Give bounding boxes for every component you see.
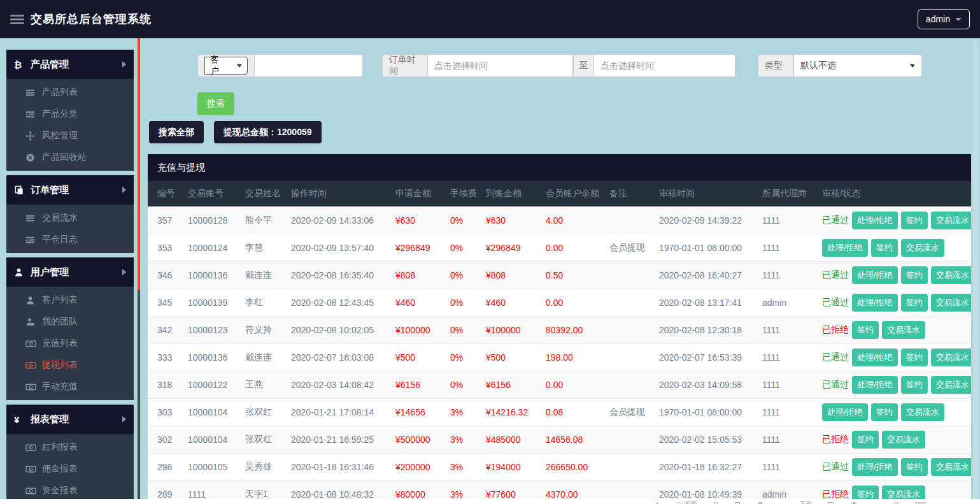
cell-received: ¥100000: [476, 316, 536, 343]
user-icon: [25, 295, 38, 305]
cell-op-time: 2020-02-03 14:08:42: [281, 371, 386, 398]
action-button[interactable]: 处理/拒绝: [852, 376, 898, 394]
sidebar-section-header[interactable]: ¥ 报表管理: [6, 405, 134, 434]
cell-remark: [600, 261, 650, 289]
action-button[interactable]: 处理/拒绝: [852, 349, 898, 366]
type-label: 类型: [758, 54, 793, 77]
admin-user-dropdown[interactable]: admin: [918, 9, 970, 29]
sidebar-item[interactable]: 红利报表: [6, 436, 134, 458]
action-button[interactable]: 交易流水: [901, 239, 944, 257]
action-button[interactable]: 处理/拒绝: [822, 403, 868, 421]
sidebar-item[interactable]: 产品回收站: [6, 147, 134, 168]
table-row: 34510000139李红2020-02-08 12:43:45¥4600%¥4…: [148, 289, 971, 316]
time-from-input[interactable]: [428, 54, 573, 77]
type-select[interactable]: 默认不选: [793, 54, 922, 77]
action-button[interactable]: 交易流水: [931, 294, 971, 312]
action-button[interactable]: 处理/拒绝: [852, 458, 898, 476]
cell-agent: 1111: [753, 343, 813, 371]
action-button[interactable]: 签约: [901, 266, 928, 284]
action-button[interactable]: 签约: [901, 294, 928, 312]
sidebar-item[interactable]: 佣金报表: [6, 458, 134, 480]
action-button[interactable]: 处理/拒绝: [852, 266, 898, 284]
status-text: 已拒绝: [822, 489, 849, 499]
sidebar-item[interactable]: 充值列表: [6, 333, 134, 354]
customer-select[interactable]: 客户: [204, 57, 248, 75]
page-scrollbar[interactable]: [973, 41, 978, 501]
sidebar-item[interactable]: 交易流水: [6, 207, 134, 229]
cell-actions: 处理/拒绝签约交易流水: [813, 398, 971, 426]
action-button[interactable]: 签约: [852, 321, 879, 339]
cell-actions: 已拒绝签约交易流水: [813, 426, 971, 453]
table-row: 31810000122王燕2020-02-03 14:08:42¥61560%¥…: [148, 371, 971, 398]
bottom-toolbar-strip: ▢ 图图 @ ↓ 下载 @ ↑ 100: [0, 499, 980, 504]
search-button[interactable]: 搜索: [197, 92, 234, 115]
column-header: 申请金额: [386, 181, 441, 206]
action-button[interactable]: 交易流水: [931, 212, 971, 229]
sidebar-item[interactable]: 产品列表: [6, 82, 134, 103]
action-button[interactable]: 签约: [852, 431, 879, 449]
action-button[interactable]: 签约: [901, 212, 928, 229]
action-button[interactable]: 交易流水: [931, 458, 971, 476]
search-all-button[interactable]: 搜索全部: [149, 121, 204, 143]
sidebar-section-header[interactable]: 订单管理: [6, 175, 134, 205]
cell-received: ¥500: [476, 343, 536, 371]
panel-title: 充值与提现: [148, 154, 971, 181]
summary-bar: 搜索全部 提现总金额：1200059: [149, 121, 980, 143]
move-icon: [25, 131, 38, 141]
admin-user-label: admin: [926, 14, 950, 24]
yen-icon: ¥: [14, 414, 27, 425]
column-header: 操作时间: [281, 181, 386, 206]
cell-name: 符义羚: [236, 316, 281, 343]
action-button[interactable]: 签约: [901, 349, 928, 366]
keyword-input[interactable]: [255, 54, 363, 77]
action-button[interactable]: 交易流水: [901, 403, 944, 421]
sidebar-item[interactable]: 平仓日志: [6, 229, 134, 250]
sidebar-item[interactable]: 资金报表: [6, 480, 134, 501]
action-button[interactable]: 签约: [871, 239, 898, 257]
sidebar-item-label: 风控管理: [42, 130, 78, 141]
cell-agent: admin: [753, 289, 813, 316]
action-button[interactable]: 交易流水: [931, 266, 971, 284]
action-button[interactable]: 交易流水: [931, 349, 971, 366]
time-to-input[interactable]: [594, 54, 735, 77]
sidebar-item[interactable]: 风控管理: [6, 125, 134, 147]
action-button[interactable]: 交易流水: [882, 321, 925, 339]
action-button[interactable]: 签约: [901, 458, 928, 476]
list-icon: [25, 87, 38, 97]
cell-account: 10000105: [178, 453, 236, 480]
main-content: 客户 订单时间 至 类型 默认不选 搜索 搜索全部 提现总金额：1200059 …: [148, 38, 980, 504]
order-time-label: 订单时间: [382, 54, 428, 77]
cell-received: ¥630: [476, 206, 536, 234]
sidebar-section-header[interactable]: 用户管理: [6, 257, 134, 287]
banknote-icon: [25, 360, 38, 370]
sidebar-item[interactable]: 手动充值: [6, 376, 134, 398]
sidebar-section-header[interactable]: ₿ 产品管理: [6, 50, 134, 79]
cell-op-time: 2020-02-07 16:03:08: [281, 343, 386, 371]
action-button[interactable]: 签约: [901, 376, 928, 394]
action-button[interactable]: 处理/拒绝: [822, 239, 868, 257]
sidebar: ₿ 产品管理 产品列表 产品分类 风控管理 产品回收站 订单管理 交易流水 平仓…: [6, 50, 134, 504]
cell-actions: 已通过处理/拒绝签约交易流水: [813, 453, 971, 480]
sidebar-item[interactable]: 产品分类: [6, 103, 134, 125]
action-button[interactable]: 交易流水: [882, 431, 925, 449]
cell-account: 10000139: [178, 289, 236, 316]
status-text: 已拒绝: [822, 324, 849, 335]
banknote-icon: [25, 382, 38, 392]
sidebar-item[interactable]: 客户列表: [6, 289, 134, 311]
sidebar-item-label: 产品分类: [42, 108, 78, 120]
action-button[interactable]: 处理/拒绝: [852, 212, 898, 229]
cell-remark: [600, 453, 650, 480]
sidebar-item[interactable]: 提现列表: [6, 354, 134, 376]
cell-account: 10000136: [178, 261, 236, 289]
hamburger-menu-icon[interactable]: [10, 13, 24, 26]
withdraw-total-button[interactable]: 提现总金额：1200059: [214, 121, 322, 143]
column-header: 所属代理商: [753, 181, 813, 206]
action-button[interactable]: 签约: [871, 403, 898, 421]
list-icon: [25, 213, 38, 223]
action-button[interactable]: 处理/拒绝: [852, 294, 898, 312]
action-button[interactable]: 交易流水: [931, 376, 971, 394]
sidebar-scrollbar-thumb[interactable]: [138, 38, 140, 290]
cell-received: ¥485000: [476, 426, 536, 453]
cell-amount: ¥460: [386, 289, 441, 316]
sidebar-item[interactable]: 我的团队: [6, 311, 134, 333]
